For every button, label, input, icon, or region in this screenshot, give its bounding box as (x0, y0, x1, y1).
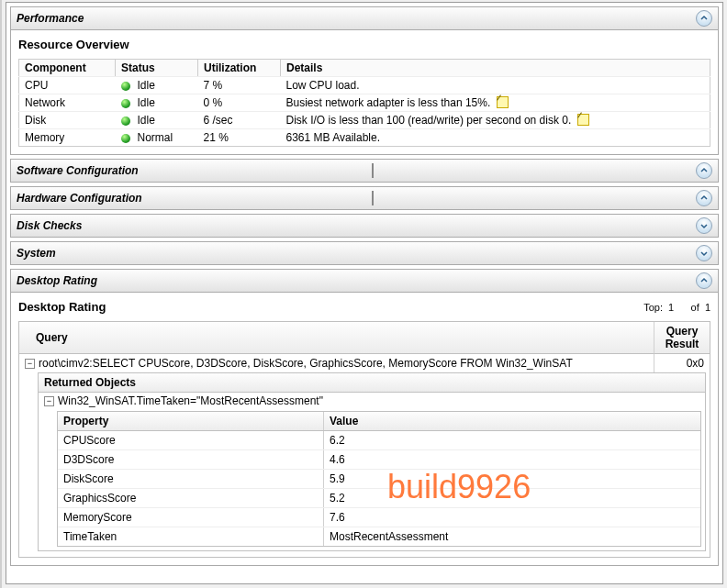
cell-property: MemoryScore (58, 508, 324, 527)
col-status[interactable]: Status (116, 60, 198, 77)
property-row[interactable]: CPUScore6.2 (58, 431, 700, 449)
cell-utilization: 0 % (198, 94, 281, 112)
collapse-icon[interactable] (696, 190, 712, 206)
status-led-icon (121, 82, 130, 91)
resource-overview-panel: Resource Overview Component Status Utili… (10, 30, 719, 155)
cell-value: MostRecentAssessment (324, 527, 700, 546)
cell-property: TimeTaken (58, 527, 324, 546)
property-row[interactable]: GraphicsScore5.2 (58, 488, 700, 507)
cell-property: GraphicsScore (58, 489, 324, 507)
section-title: Performance (17, 12, 84, 25)
table-row[interactable]: NetworkIdle0 %Busiest network adapter is… (19, 94, 710, 112)
section-title: Disk Checks (17, 219, 82, 232)
cell-value: 5.9 (324, 470, 700, 488)
section-header-disk-checks[interactable]: Disk Checks (10, 214, 719, 238)
table-icon (372, 191, 374, 205)
collapse-icon[interactable] (696, 272, 712, 289)
property-row[interactable]: TimeTakenMostRecentAssessment (58, 527, 700, 546)
status-led-icon (121, 116, 130, 126)
cell-details: Low CPU load. (281, 77, 710, 94)
query-grid-header: Query Query Result (19, 322, 710, 354)
cell-value: 7.6 (324, 508, 700, 527)
query-grid: Query Query Result − root\cimv2:SELECT C… (18, 321, 710, 558)
note-icon[interactable] (497, 96, 509, 108)
cell-property: D3DScore (58, 450, 324, 469)
status-led-icon (121, 99, 130, 108)
top-counter: Top: 1 of 1 (643, 302, 710, 313)
col-result[interactable]: Query Result (654, 322, 710, 354)
cell-value: 5.2 (324, 489, 700, 507)
section-header-performance[interactable]: Performance (10, 6, 719, 30)
cell-status: Normal (116, 129, 198, 147)
returned-objects-grid: Returned Objects − Win32_WinSAT.TimeTake… (38, 372, 706, 551)
cell-status: Idle (116, 77, 198, 94)
section-title: Software Configuration (17, 164, 139, 177)
property-row[interactable]: MemoryScore7.6 (58, 507, 700, 527)
cell-utilization: 6 /sec (198, 112, 281, 129)
desktop-rating-panel: Desktop Rating Top: 1 of 1 Query Query R… (10, 293, 719, 566)
cell-component: Disk (19, 112, 116, 129)
col-details[interactable]: Details (281, 60, 710, 77)
section-header-desktop-rating[interactable]: Desktop Rating (10, 269, 719, 293)
cell-details: 6361 MB Available. (281, 129, 710, 147)
cell-value: 6.2 (324, 431, 700, 449)
col-component[interactable]: Component (19, 60, 116, 77)
table-row[interactable]: DiskIdle6 /secDisk I/O is less than 100 … (19, 112, 710, 129)
panel-title: Resource Overview (18, 38, 710, 51)
section-header-system[interactable]: System (10, 241, 719, 265)
col-utilization[interactable]: Utilization (198, 60, 281, 77)
col-value[interactable]: Value (324, 412, 700, 430)
col-property[interactable]: Property (58, 412, 324, 430)
tree-toggle-icon[interactable]: − (25, 359, 35, 369)
note-icon[interactable] (577, 114, 589, 126)
table-row[interactable]: MemoryNormal21 %6361 MB Available. (19, 129, 710, 147)
cell-component: Memory (19, 129, 116, 147)
query-row[interactable]: − root\cimv2:SELECT CPUScore, D3DScore, … (19, 354, 710, 372)
property-value-grid: Property Value CPUScore6.2D3DScore4.6Dis… (57, 411, 701, 547)
object-path: Win32_WinSAT.TimeTaken="MostRecentAssess… (58, 394, 323, 407)
property-row[interactable]: DiskScore5.9 (58, 469, 700, 488)
query-text: root\cimv2:SELECT CPUScore, D3DScore, Di… (39, 357, 573, 370)
expand-icon[interactable] (696, 245, 712, 261)
collapse-icon[interactable] (696, 162, 712, 179)
cell-property: DiskScore (58, 470, 324, 488)
section-title: Desktop Rating (17, 274, 97, 287)
property-row[interactable]: D3DScore4.6 (58, 449, 700, 469)
table-icon (372, 163, 374, 178)
cell-status: Idle (116, 94, 198, 112)
status-led-icon (121, 134, 130, 143)
query-result: 0x0 (654, 354, 710, 372)
cell-details: Busiest network adapter is less than 15%… (281, 94, 710, 112)
tree-toggle-icon[interactable]: − (44, 396, 54, 406)
cell-property: CPUScore (58, 431, 324, 449)
cell-component: Network (19, 94, 116, 112)
section-title: System (17, 247, 56, 260)
cell-utilization: 7 % (198, 77, 281, 94)
cell-status: Idle (116, 112, 198, 129)
resource-table: Component Status Utilization Details CPU… (18, 59, 710, 147)
object-row[interactable]: − Win32_WinSAT.TimeTaken="MostRecentAsse… (39, 393, 705, 409)
table-row[interactable]: CPUIdle7 %Low CPU load. (19, 77, 710, 94)
col-query[interactable]: Query (19, 322, 654, 354)
cell-value: 4.6 (324, 450, 700, 469)
returned-objects-header: Returned Objects (39, 373, 705, 393)
collapse-icon[interactable] (696, 10, 712, 27)
cell-details: Disk I/O is less than 100 (read/write) p… (281, 112, 710, 129)
cell-component: CPU (19, 77, 116, 94)
expand-icon[interactable] (696, 217, 712, 234)
cell-utilization: 21 % (198, 129, 281, 147)
section-title: Hardware Configuration (17, 192, 142, 205)
section-header-software-config[interactable]: Software Configuration (10, 159, 719, 183)
panel-title: Desktop Rating (18, 300, 106, 314)
section-header-hardware-config[interactable]: Hardware Configuration (10, 186, 719, 210)
